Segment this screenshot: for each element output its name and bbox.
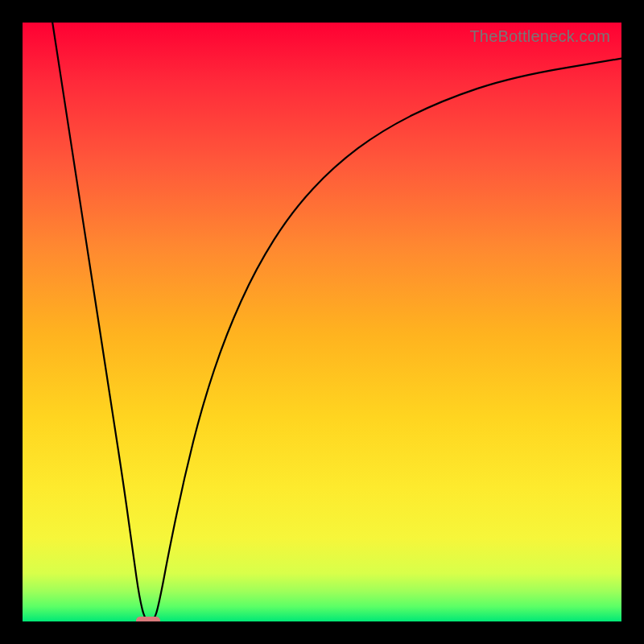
bottleneck-curve	[23, 23, 621, 621]
chart-frame: TheBottleneck.com	[0, 0, 644, 644]
optimum-marker	[136, 617, 160, 621]
plot-area: TheBottleneck.com	[23, 23, 621, 621]
